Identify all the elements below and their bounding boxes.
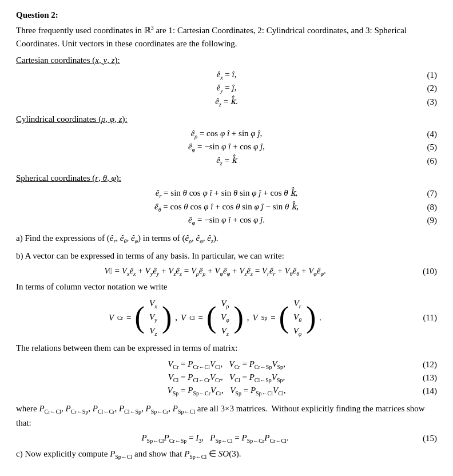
vsp-matrix: Vr Vθ Vφ (291, 297, 304, 338)
eq-sign-2: = (198, 313, 203, 323)
vsp-cell-3: Vφ (293, 324, 302, 338)
eq11-content: VCr = ( Vx Vy Vz ) , VCl = ( Vρ Vφ Vz ) … (109, 297, 344, 338)
paren-right-2: ) (233, 303, 243, 332)
comma-2: , (247, 313, 249, 323)
eq-sign-3: = (271, 313, 275, 323)
eq6-number: (6) (427, 156, 438, 166)
spherical-section-title: Spherical coordinates (r, θ, φ): (16, 173, 437, 183)
vsp-cell-1: Vr (293, 297, 301, 311)
eq1-content: êx = î, (135, 70, 318, 81)
vcl-cell-1: Vρ (221, 297, 229, 311)
eq9-content: êφ = −sin φ î + cos φ ĵ. (135, 215, 318, 226)
vcr-cell-1: Vx (149, 297, 157, 311)
eq12-number: (12) (423, 360, 437, 370)
eq7-number: (7) (427, 189, 438, 199)
eq5-content: êφ = −sin φ î + cos φ ĵ, (135, 142, 318, 153)
eq-sign-1: = (126, 313, 131, 323)
eq4-number: (4) (427, 129, 438, 139)
eq13-row: VCl = PCl←CrVCr, VCl = PCl←SpVSp, (13) (16, 372, 437, 383)
cylindrical-section-title: Cylindrical coordinates (ρ, φ, z): (16, 114, 437, 124)
eq11-block: VCr = ( Vx Vy Vz ) , VCl = ( Vρ Vφ Vz ) … (16, 297, 437, 338)
eq4-content: êρ = cos φ î + sin φ ĵ, (135, 129, 318, 140)
eq3-content: êz = k̂. (135, 96, 318, 108)
spherical-equations: êr = sin θ cos φ î + sin θ sin φ ĵ + cos… (16, 187, 437, 227)
eq3-number: (3) (427, 97, 438, 107)
eq14-number: (14) (423, 386, 437, 396)
eq6-row: êz = k̂ (6) (16, 155, 437, 166)
question-title: Question 2: (16, 10, 437, 20)
eq6-content: êz = k̂ (135, 155, 318, 166)
eq5-row: êφ = −sin φ î + cos φ ĵ, (5) (16, 142, 437, 153)
part-a-text: a) Find the expressions of (êr, êθ, êφ) … (16, 232, 437, 246)
comma-1: , (175, 313, 177, 323)
eq10-block: V⃗ = Vxêx + Vyêy + Vzêz = Vρêρ + Vφêφ + … (16, 266, 437, 277)
matrix-relations-equations: VCr = PCr←ClVCl, VCr = PCr←SpVSp, (12) V… (16, 358, 437, 398)
eq11-number: (11) (423, 313, 437, 323)
vcr-cell-2: Vy (149, 311, 157, 324)
eq8-content: êθ = cos θ cos φ î + cos θ sin φ ĵ − sin… (135, 201, 318, 213)
eq12-row: VCr = PCr←ClVCl, VCr = PCr←SpVSp, (12) (16, 359, 437, 370)
eq7-row: êr = sin θ cos φ î + sin θ sin φ ĵ + cos… (16, 188, 437, 199)
eq14-content: VSp = PSp←CrVCr, VSp = PSp←ClVCl, (135, 386, 318, 396)
eq8-row: êθ = cos θ cos φ î + cos θ sin φ ĵ − sin… (16, 201, 437, 213)
vcr-subscript: Cr (117, 315, 123, 321)
eq15-block: PSp←ClPCr←Sp = I3, PSp←Cl = PSp←CrPCr←Cl… (16, 433, 437, 444)
eq3-row: êz = k̂. (3) (16, 96, 437, 108)
eq15-number: (15) (423, 434, 437, 443)
relations-intro: The relations between them can be expres… (16, 342, 437, 355)
eq13-content: VCl = PCl←CrVCr, VCl = PCl←SpVSp, (135, 372, 318, 383)
paren-right-1: ) (162, 303, 172, 332)
eq10-content: V⃗ = Vxêx + Vyêy + Vzêz = Vρêρ + Vφêφ + … (104, 266, 349, 277)
eq12-content: VCr = PCr←ClVCl, VCr = PCr←SpVSp, (135, 359, 318, 370)
eq9-row: êφ = −sin φ î + cos φ ĵ. (9) (16, 215, 437, 226)
paren-left-2: ( (206, 303, 216, 332)
vcl-matrix: Vρ Vφ Vz (218, 297, 231, 338)
vcl-subscript: Cl (189, 315, 194, 321)
paren-right-3: ) (306, 303, 316, 332)
eq7-content: êr = sin θ cos φ î + sin θ sin φ ĵ + cos… (135, 188, 318, 199)
period-1: . (319, 313, 321, 323)
eq8-number: (8) (427, 203, 438, 212)
eq4-row: êρ = cos φ î + sin φ ĵ, (4) (16, 129, 437, 140)
vcl-cell-2: Vφ (221, 311, 229, 324)
vsp-cell-2: Vθ (293, 311, 301, 324)
vcr-matrix: Vx Vy Vz (147, 297, 160, 338)
vsp-label: V (252, 313, 257, 323)
part-b-intro-text: b) A vector can be expressed in terms of… (16, 249, 437, 263)
vcl-cell-3: Vz (221, 324, 229, 338)
eq13-number: (13) (423, 373, 437, 383)
eq2-content: êy = ĵ, (135, 83, 318, 94)
eq2-row: êy = ĵ, (2) (16, 83, 437, 94)
paren-left-3: ( (279, 303, 289, 332)
cylindrical-equations: êρ = cos φ î + sin φ ĵ, (4) êφ = −sin φ … (16, 128, 437, 168)
part-c-text: c) Now explicitly compute PSp←Cl and sho… (16, 447, 437, 462)
eq14-row: VSp = PSp←CrVCr, VSp = PSp←ClVCl, (14) (16, 386, 437, 396)
eq1-number: (1) (427, 70, 438, 80)
vcl-label: V (181, 313, 186, 323)
eq9-number: (9) (427, 216, 438, 225)
eq2-number: (2) (427, 84, 438, 93)
cartesian-section-title: Cartesian coordinates (x, y, z): (16, 55, 437, 65)
vsp-subscript: Sp (261, 315, 268, 321)
vcr-cell-3: Vz (149, 324, 157, 338)
eq15-content: PSp←ClPCr←Sp = I3, PSp←Cl = PSp←CrPCr←Cl… (141, 433, 311, 444)
paren-left-1: ( (135, 303, 145, 332)
eq10-number: (10) (423, 267, 437, 276)
col-vector-intro: In terms of column vector notation we wr… (16, 280, 437, 293)
where-text: where PCr←Cl, PCr←Sp, PCl←Cr, PCl←Sp, PS… (16, 402, 437, 430)
vcr-label: V (109, 313, 114, 323)
eq5-number: (5) (427, 142, 438, 152)
eq1-row: êx = î, (1) (16, 70, 437, 81)
intro-text: Three frequently used coordinates in ℝ3 … (16, 23, 437, 50)
cartesian-equations: êx = î, (1) êy = ĵ, (2) êz = k̂. (3) (16, 69, 437, 109)
